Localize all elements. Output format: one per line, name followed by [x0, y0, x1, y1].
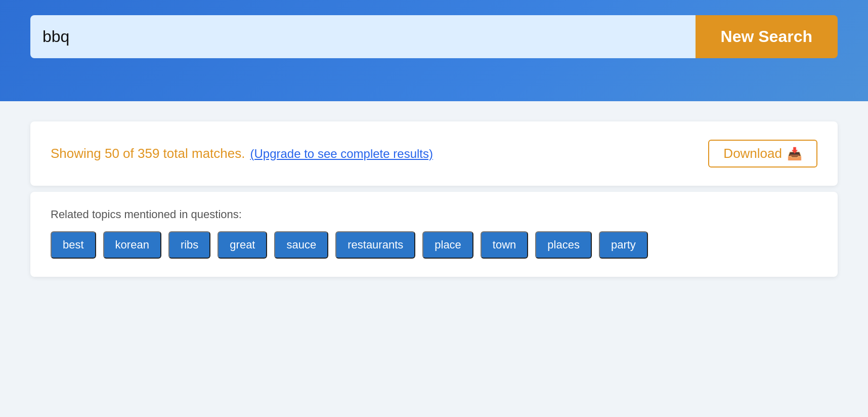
- upgrade-link[interactable]: (Upgrade to see complete results): [250, 147, 433, 161]
- results-header: Showing 50 of 359 total matches. (Upgrad…: [51, 140, 817, 168]
- download-label: Download: [723, 146, 782, 161]
- download-icon: 📥: [787, 147, 802, 161]
- topic-tag[interactable]: ribs: [168, 231, 210, 259]
- header-section: New Search: [0, 0, 868, 101]
- search-input[interactable]: [30, 15, 696, 58]
- topic-tag[interactable]: best: [51, 231, 96, 259]
- new-search-button[interactable]: New Search: [696, 15, 838, 58]
- results-summary: Showing 50 of 359 total matches. (Upgrad…: [51, 146, 433, 161]
- search-row: New Search: [30, 15, 838, 58]
- download-button[interactable]: Download 📥: [708, 140, 817, 168]
- topic-tag[interactable]: great: [218, 231, 267, 259]
- topics-card: Related topics mentioned in questions: b…: [30, 192, 838, 277]
- topic-tag[interactable]: sauce: [274, 231, 328, 259]
- results-count: Showing 50 of 359 total matches.: [51, 146, 245, 161]
- tags-container: bestkoreanribsgreatsaucerestaurantsplace…: [51, 231, 817, 259]
- topic-tag[interactable]: restaurants: [335, 231, 415, 259]
- topic-tag[interactable]: korean: [103, 231, 161, 259]
- topics-label: Related topics mentioned in questions:: [51, 208, 817, 221]
- main-content: Showing 50 of 359 total matches. (Upgrad…: [0, 101, 868, 297]
- topic-tag[interactable]: place: [422, 231, 473, 259]
- topic-tag[interactable]: town: [481, 231, 528, 259]
- topic-tag[interactable]: places: [535, 231, 592, 259]
- topic-tag[interactable]: party: [599, 231, 648, 259]
- results-card: Showing 50 of 359 total matches. (Upgrad…: [30, 121, 838, 186]
